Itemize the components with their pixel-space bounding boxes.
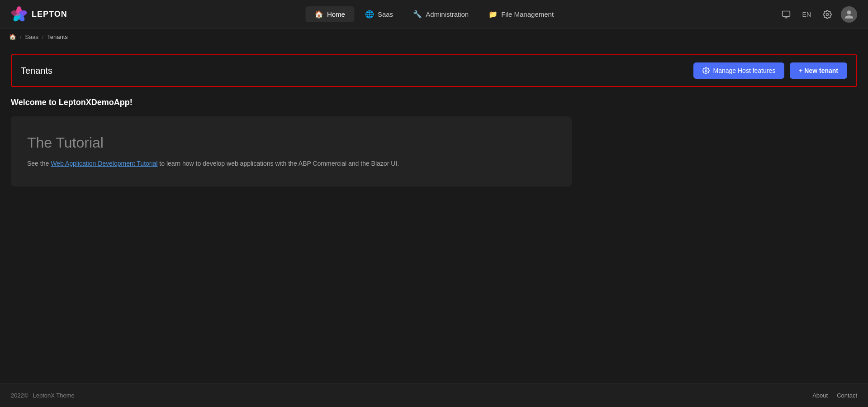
home-icon: 🏠 <box>314 10 323 19</box>
breadcrumb-sep-2: / <box>42 34 43 40</box>
tenants-actions: Manage Host features + New tenant <box>693 62 848 79</box>
main-content: Tenants Manage Host features + New tenan… <box>0 45 868 383</box>
saas-icon: 🌐 <box>365 10 374 19</box>
breadcrumb-sep-1: / <box>20 34 21 40</box>
tutorial-card: The Tutorial See the Web Application Dev… <box>11 116 572 187</box>
svg-point-9 <box>705 70 707 72</box>
monitor-button[interactable] <box>780 8 792 21</box>
svg-rect-5 <box>782 11 790 16</box>
new-tenant-label: + New tenant <box>799 67 838 74</box>
tutorial-card-title: The Tutorial <box>27 134 555 151</box>
logo-area: LEPTON <box>11 6 67 23</box>
tutorial-card-description: See the Web Application Development Tuto… <box>27 158 555 168</box>
header-actions: EN <box>780 6 857 23</box>
administration-icon: 🔧 <box>413 10 422 19</box>
footer-links: About Contact <box>812 392 857 399</box>
breadcrumb-saas[interactable]: Saas <box>25 34 38 40</box>
gear-icon <box>702 67 710 74</box>
logo-icon <box>11 6 27 23</box>
user-avatar[interactable] <box>841 6 857 23</box>
breadcrumb: 🏠 / Saas / Tenants <box>0 29 868 45</box>
nav-label-file-management: File Management <box>501 10 554 18</box>
nav-label-saas: Saas <box>378 10 393 18</box>
app-header: LEPTON 🏠 Home 🌐 Saas 🔧 Administration 📁 … <box>0 0 868 29</box>
tutorial-desc-after: to learn how to develop web applications… <box>157 160 399 167</box>
footer-copyright: 2022© LeptonX Theme <box>11 392 75 399</box>
footer-theme: LeptonX Theme <box>33 392 75 399</box>
tutorial-desc-before: See the <box>27 160 51 167</box>
copyright-year: 2022© <box>11 392 28 399</box>
app-footer: 2022© LeptonX Theme About Contact <box>0 383 868 407</box>
welcome-heading: Welcome to LeptonXDemoApp! <box>11 98 857 107</box>
nav-item-home[interactable]: 🏠 Home <box>305 6 354 22</box>
tutorial-link[interactable]: Web Application Development Tutorial <box>51 160 157 167</box>
file-management-icon: 📁 <box>489 10 498 19</box>
nav-item-administration[interactable]: 🔧 Administration <box>404 6 478 22</box>
breadcrumb-tenants: Tenants <box>47 34 68 40</box>
breadcrumb-home[interactable]: 🏠 <box>9 34 16 40</box>
settings-button[interactable] <box>821 8 834 21</box>
manage-host-features-label: Manage Host features <box>713 67 776 74</box>
tenants-header-box: Tenants Manage Host features + New tenan… <box>11 54 857 87</box>
footer-contact-link[interactable]: Contact <box>837 392 857 399</box>
footer-about-link[interactable]: About <box>812 392 828 399</box>
nav-label-administration: Administration <box>426 10 469 18</box>
tenants-title: Tenants <box>21 66 52 76</box>
nav-item-saas[interactable]: 🌐 Saas <box>356 6 402 22</box>
manage-host-features-button[interactable]: Manage Host features <box>693 62 785 79</box>
main-nav: 🏠 Home 🌐 Saas 🔧 Administration 📁 File Ma… <box>305 6 563 22</box>
nav-item-file-management[interactable]: 📁 File Management <box>479 6 563 22</box>
logo-text: LEPTON <box>32 10 67 19</box>
svg-point-8 <box>826 13 829 15</box>
new-tenant-button[interactable]: + New tenant <box>790 62 847 79</box>
language-button[interactable]: EN <box>800 9 814 20</box>
nav-label-home: Home <box>327 10 345 18</box>
